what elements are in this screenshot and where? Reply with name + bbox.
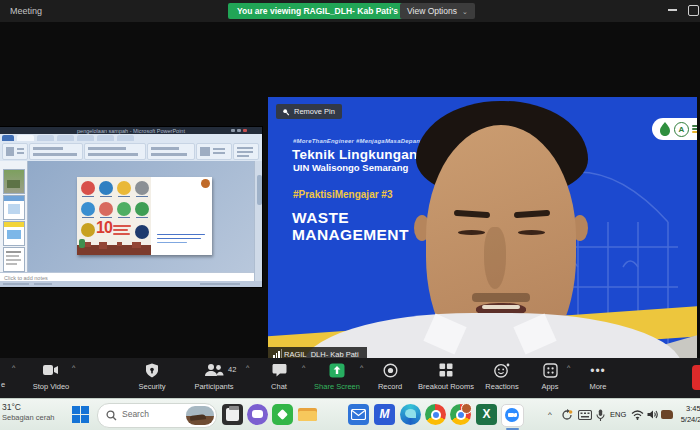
search-icon bbox=[106, 410, 117, 421]
city-skyline-graphic bbox=[77, 245, 151, 255]
weather-temperature[interactable]: 31°C bbox=[2, 402, 21, 412]
ribbon-group bbox=[196, 143, 232, 160]
deco bbox=[157, 234, 205, 235]
person-eye bbox=[458, 230, 485, 235]
search-highlight-image[interactable] bbox=[186, 406, 214, 425]
file-explorer-icon[interactable] bbox=[297, 404, 318, 425]
infographic-number: 10 bbox=[96, 219, 112, 237]
slide-title-dept: Teknik Lingkungan bbox=[292, 147, 417, 162]
infographic-icon bbox=[117, 181, 131, 197]
ribbon-group bbox=[2, 143, 28, 160]
green-app-icon[interactable] bbox=[272, 404, 293, 425]
minimize-icon[interactable] bbox=[668, 9, 677, 11]
slide-topic-line2: MANAGEMENT bbox=[292, 226, 409, 244]
ribbon-group bbox=[29, 143, 83, 160]
powerpoint-title-bar: pengelolaan sampah - Microsoft PowerPoin… bbox=[0, 127, 262, 134]
tray-expand-chevron-icon[interactable]: ^ bbox=[548, 410, 552, 419]
slide-thumbnail[interactable] bbox=[3, 169, 25, 194]
ribbon-group bbox=[147, 143, 195, 160]
taskbar-clock[interactable]: 3:45 PM 5/24/2023 bbox=[668, 403, 700, 425]
language-indicator[interactable]: ENG bbox=[610, 410, 626, 419]
ppt-minimize-icon bbox=[231, 129, 235, 132]
record-icon bbox=[358, 363, 422, 380]
teams-chat-icon[interactable] bbox=[247, 404, 268, 425]
microphone-icon[interactable] bbox=[596, 409, 605, 422]
tray-sync-icon[interactable] bbox=[561, 409, 573, 421]
infographic-icon bbox=[135, 181, 149, 197]
speaker-icon[interactable] bbox=[647, 409, 659, 420]
security-button[interactable]: Security bbox=[120, 361, 184, 395]
chrome-icon[interactable] bbox=[425, 404, 446, 425]
wifi-icon[interactable] bbox=[631, 410, 644, 420]
ppt-maximize-icon bbox=[237, 129, 241, 132]
windows-taskbar: 31°C Sebagian cerah Search M X ^ ENG 3:4… bbox=[0, 398, 700, 430]
ribbon-group bbox=[233, 143, 259, 160]
slide-event-tag: #PraktisiMengajar #3 bbox=[293, 189, 393, 200]
slide-scrollbar[interactable] bbox=[254, 161, 262, 281]
slide-hashtags: #MoreThanEngineer #MenjagaMasaDepan bbox=[293, 138, 420, 144]
more-button[interactable]: ••• More bbox=[566, 361, 630, 395]
slide-thumbnail-panel[interactable] bbox=[0, 161, 28, 272]
remove-pin-button[interactable]: Remove Pin bbox=[276, 104, 342, 119]
deco bbox=[157, 242, 187, 243]
ribbon-group bbox=[84, 143, 146, 160]
participant-name: RAGIL_DLH- Kab Pati bbox=[284, 350, 359, 358]
tray-date: 5/24/2023 bbox=[668, 414, 700, 425]
infographic-icon bbox=[81, 223, 95, 237]
record-button[interactable]: Record bbox=[358, 361, 422, 395]
taskbar-search-box[interactable]: Search bbox=[97, 403, 217, 428]
chevron-down-icon: ⌄ bbox=[462, 8, 468, 15]
powerpoint-ribbon bbox=[0, 134, 262, 162]
pin-icon bbox=[282, 108, 290, 116]
zoom-app-icon[interactable] bbox=[501, 404, 524, 427]
notes-placeholder: Click to add notes bbox=[4, 275, 48, 281]
search-placeholder: Search bbox=[122, 409, 149, 419]
infographic-icon bbox=[99, 181, 113, 197]
deco bbox=[113, 233, 130, 235]
accreditation-a-icon: A bbox=[674, 122, 689, 137]
mute-button-clipped[interactable]: e bbox=[1, 380, 5, 389]
infographic-icon bbox=[135, 225, 149, 239]
meeting-window-label: Meeting bbox=[10, 6, 42, 16]
chrome-profile-icon[interactable] bbox=[450, 404, 471, 425]
infographic-icon bbox=[117, 202, 131, 218]
slide-thumbnail[interactable] bbox=[3, 247, 25, 272]
ribbon-tab bbox=[2, 135, 14, 141]
shared-screen-powerpoint[interactable]: pengelolaan sampah - Microsoft PowerPoin… bbox=[0, 127, 262, 287]
participants-icon bbox=[182, 363, 246, 380]
m-app-icon[interactable]: M bbox=[374, 404, 395, 425]
infographic-icon bbox=[135, 202, 149, 218]
ribbon-tab bbox=[37, 135, 54, 141]
mail-app-icon[interactable] bbox=[348, 404, 369, 425]
breakout-rooms-icon bbox=[414, 363, 478, 380]
deco bbox=[113, 229, 128, 231]
infographic-icon bbox=[81, 181, 95, 197]
zoom-toolbar: e ^ Stop Video ^ Security Participants 4… bbox=[0, 358, 700, 398]
meeting-stage: pengelolaan sampah - Microsoft PowerPoin… bbox=[0, 22, 700, 358]
green-logo bbox=[79, 239, 85, 248]
weather-description[interactable]: Sebagian cerah bbox=[2, 413, 55, 422]
touch-keyboard-icon[interactable] bbox=[578, 410, 592, 420]
logo-badge: A bbox=[652, 118, 697, 140]
excel-icon[interactable]: X bbox=[476, 404, 497, 425]
view-options-button[interactable]: View Options⌄ bbox=[400, 3, 475, 19]
participant-video[interactable]: #MoreThanEngineer #MenjagaMasaDepan Tekn… bbox=[268, 97, 697, 358]
person-nose bbox=[484, 227, 506, 289]
breakout-rooms-button[interactable]: Breakout Rooms bbox=[414, 361, 478, 395]
edge-browser-icon[interactable] bbox=[400, 404, 421, 425]
deco bbox=[113, 225, 131, 227]
maximize-icon[interactable] bbox=[688, 5, 699, 16]
end-meeting-button-clipped[interactable] bbox=[692, 365, 700, 390]
ellipsis-icon: ••• bbox=[566, 363, 630, 380]
windows-start-icon[interactable] bbox=[72, 406, 89, 423]
current-slide: 10 bbox=[77, 177, 212, 255]
mute-chevron-icon[interactable]: ^ bbox=[12, 364, 15, 371]
infographic-icon bbox=[99, 202, 113, 218]
video-chevron-icon[interactable]: ^ bbox=[72, 364, 75, 371]
slide-thumbnail[interactable] bbox=[3, 221, 25, 246]
participants-button[interactable]: Participants 42 bbox=[182, 361, 246, 395]
person-eye bbox=[518, 230, 545, 235]
slide-thumbnail[interactable] bbox=[3, 195, 25, 220]
task-view-icon[interactable] bbox=[222, 404, 243, 425]
ribbon-tab bbox=[57, 135, 74, 141]
